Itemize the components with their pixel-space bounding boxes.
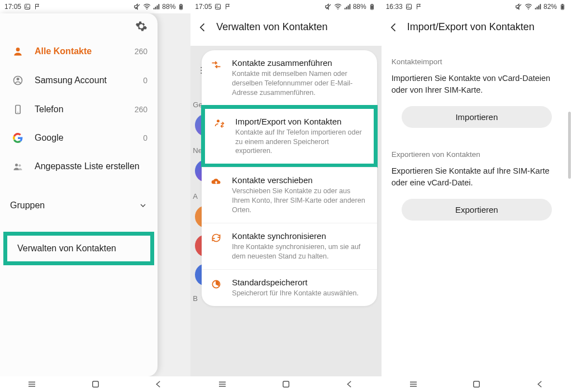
row-default-storage[interactable]: Standardspeicherort Speicherort für Ihre… bbox=[202, 269, 376, 306]
status-time: 17:05 bbox=[4, 3, 21, 11]
google-icon bbox=[10, 133, 26, 143]
back-icon[interactable] bbox=[197, 22, 208, 33]
flag-icon bbox=[34, 3, 41, 11]
nav-recents-icon[interactable] bbox=[407, 378, 420, 390]
nav-home-icon[interactable] bbox=[280, 378, 292, 390]
nav-recents-icon[interactable] bbox=[26, 378, 38, 390]
row-import-export[interactable]: Import/Export von Kontakten Kontakte auf… bbox=[201, 105, 377, 168]
row-merge-contacts[interactable]: Kontakte zusammenführen Kontakte mit dem… bbox=[202, 50, 376, 106]
svg-rect-25 bbox=[283, 381, 289, 388]
nav-home-icon[interactable] bbox=[470, 378, 483, 390]
flag-icon bbox=[224, 3, 232, 11]
row-sub: Kontakte mit demselben Namen oder dersel… bbox=[232, 69, 366, 98]
status-time: 17:05 bbox=[195, 3, 212, 11]
svg-rect-32 bbox=[474, 381, 480, 388]
merge-icon bbox=[209, 58, 223, 70]
row-title: Kontakte verschieben bbox=[232, 175, 366, 185]
svg-rect-4 bbox=[180, 4, 182, 5]
picture-icon bbox=[405, 3, 413, 11]
scrollbar[interactable] bbox=[568, 112, 571, 179]
export-heading: Exportieren von Kontakten bbox=[392, 150, 562, 159]
nav-back-icon[interactable] bbox=[344, 378, 356, 390]
status-battery-pct: 82% bbox=[544, 3, 557, 11]
highlight-manage-contacts: Verwalten von Kontakten bbox=[3, 232, 154, 265]
svg-point-28 bbox=[528, 8, 529, 9]
row-sync-contacts[interactable]: Kontakte synchronisieren Ihre Kontakte s… bbox=[202, 223, 376, 269]
groups-row[interactable]: Gruppen bbox=[0, 192, 158, 219]
wifi-icon bbox=[143, 3, 151, 11]
battery-icon bbox=[368, 3, 376, 11]
svg-point-2 bbox=[146, 8, 147, 9]
export-button[interactable]: Exportieren bbox=[402, 199, 552, 221]
account-phone[interactable]: Telefon 260 bbox=[0, 95, 158, 124]
wifi-icon bbox=[525, 3, 532, 11]
svg-point-11 bbox=[15, 164, 18, 166]
manage-contacts-row[interactable]: Verwalten von Kontakten bbox=[7, 236, 150, 261]
screen-manage-contacts: 17:05 88% Verwalten von Kontakten Gelb N… bbox=[190, 0, 381, 392]
account-google[interactable]: Google 0 bbox=[0, 124, 158, 152]
nav-bar bbox=[190, 376, 381, 392]
svg-point-8 bbox=[17, 78, 20, 80]
row-sub: Ihre Kontakte synchronisieren, um sie au… bbox=[232, 242, 366, 261]
mute-icon bbox=[325, 3, 332, 11]
svg-point-6 bbox=[16, 47, 20, 51]
row-move-contacts[interactable]: Kontakte verschieben Verschieben Sie Kon… bbox=[202, 167, 376, 223]
svg-rect-18 bbox=[371, 4, 373, 5]
account-label: Angepasste Liste erstellen bbox=[35, 161, 147, 173]
import-heading: Kontakteimport bbox=[392, 58, 562, 66]
nav-bar bbox=[382, 376, 572, 392]
status-battery-pct: 88% bbox=[353, 3, 366, 11]
cloud-upload-icon bbox=[209, 175, 223, 188]
groups-label: Gruppen bbox=[10, 200, 45, 211]
nav-back-icon[interactable] bbox=[152, 378, 165, 390]
nav-recents-icon[interactable] bbox=[216, 378, 228, 390]
person-icon bbox=[10, 46, 26, 57]
status-bar: 17:05 88% bbox=[0, 0, 190, 13]
picture-icon bbox=[214, 3, 222, 11]
import-button[interactable]: Importieren bbox=[402, 106, 552, 128]
screen-title: Verwalten von Kontakten bbox=[216, 21, 327, 33]
flag-icon bbox=[415, 3, 423, 11]
nav-home-icon[interactable] bbox=[89, 378, 102, 390]
svg-rect-30 bbox=[562, 4, 563, 5]
wifi-icon bbox=[334, 3, 342, 11]
account-label: Telefon bbox=[35, 104, 126, 114]
contacts-drawer: Alle Kontakte 260 Samsung Account 0 Tele… bbox=[0, 13, 158, 376]
row-sub: Kontakte auf Ihr Telefon importieren ode… bbox=[235, 128, 363, 156]
svg-rect-13 bbox=[92, 381, 98, 388]
row-sub: Speicherort für Ihre Kontakte auswählen. bbox=[232, 289, 366, 298]
pie-icon bbox=[209, 278, 223, 290]
mute-icon bbox=[134, 3, 141, 11]
account-label: Google bbox=[35, 133, 134, 143]
account-label: Samsung Account bbox=[35, 75, 134, 85]
screen-import-export: 16:33 82% Import/Export von Kontakten Ko… bbox=[382, 0, 572, 392]
bg-label-b: B bbox=[193, 294, 198, 303]
import-export-icon bbox=[213, 117, 226, 129]
screen-title: Import/Export von Kontakten bbox=[407, 21, 535, 33]
svg-point-27 bbox=[407, 6, 408, 7]
manage-contacts-label: Verwalten von Kontakten bbox=[17, 243, 116, 253]
account-count: 0 bbox=[143, 133, 147, 142]
row-title: Standardspeicherort bbox=[232, 278, 366, 287]
back-icon[interactable] bbox=[388, 22, 399, 33]
signal-icon bbox=[152, 3, 160, 11]
account-all-contacts[interactable]: Alle Kontakte 260 bbox=[0, 37, 158, 66]
import-desc: Importieren Sie Kontakte von vCard-Datei… bbox=[392, 73, 562, 96]
battery-icon bbox=[559, 3, 566, 11]
svg-rect-31 bbox=[561, 6, 563, 9]
signal-icon bbox=[534, 3, 542, 11]
sync-icon bbox=[209, 231, 223, 243]
svg-point-1 bbox=[26, 6, 27, 7]
svg-point-23 bbox=[217, 119, 220, 122]
svg-point-16 bbox=[337, 8, 339, 9]
group-icon bbox=[10, 161, 26, 172]
manage-card: Kontakte zusammenführen Kontakte mit dem… bbox=[202, 50, 376, 306]
status-bar: 17:05 88% bbox=[190, 0, 381, 13]
account-label: Alle Kontakte bbox=[35, 46, 126, 56]
row-sub: Verschieben Sie Kontakte zu oder aus Ihr… bbox=[232, 187, 366, 215]
nav-bar bbox=[0, 376, 190, 392]
account-custom-list[interactable]: Angepasste Liste erstellen bbox=[0, 152, 158, 181]
gear-icon[interactable] bbox=[135, 20, 147, 32]
nav-back-icon[interactable] bbox=[534, 378, 546, 390]
account-samsung[interactable]: Samsung Account 0 bbox=[0, 66, 158, 95]
